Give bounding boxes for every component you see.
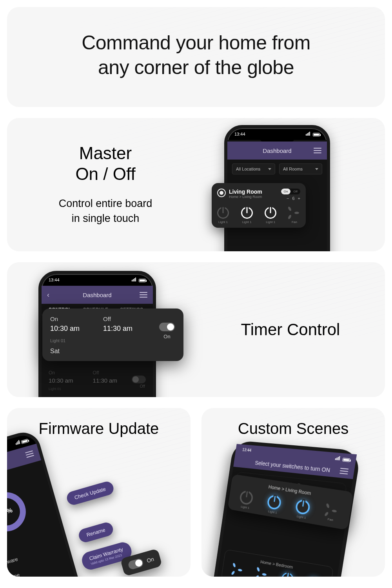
schedule-row[interactable]: On10:30 am Off11:30 am Light 01 Off	[42, 366, 153, 395]
room-card[interactable]: Living Room Home > Living Room On Off − …	[212, 183, 306, 228]
timer-copy: Timer Control	[196, 320, 385, 339]
phone-notch	[260, 132, 295, 142]
location-select[interactable]: All Locations	[232, 163, 275, 174]
device-light[interactable]: Light 1	[217, 207, 229, 224]
schedule-toggle[interactable]	[159, 323, 175, 331]
signal-icon	[15, 440, 20, 445]
scenes-header: Select your switches to turn ON	[254, 459, 330, 473]
phone-indicators	[132, 278, 146, 282]
progress-value: 60%	[7, 495, 23, 529]
master-phone: 13:44 Dashboard All Locations All Rooms	[224, 125, 330, 251]
scenes-title: Custom Scenes	[201, 408, 385, 441]
check-update-button[interactable]: Check Update	[65, 480, 115, 506]
hero-card: Command your home from any corner of the…	[7, 7, 385, 107]
device-fan[interactable]: Fan	[324, 504, 339, 525]
count-stepper[interactable]: − 6 +	[281, 196, 300, 201]
room-breadcrumb: Home > Living Room	[229, 195, 281, 199]
app-title: Dashboard	[263, 147, 291, 154]
phone-time: 13:44	[234, 132, 245, 136]
master-card: MasterOn / Off Control entire boardin si…	[7, 118, 385, 251]
hero-heading: Command your home from any corner of the…	[15, 31, 377, 80]
app-header: ‹ Dashboard	[42, 286, 153, 304]
fan-icon	[232, 563, 244, 577]
timer-card: 13:44 ‹ Dashboard CONTROL SCHEDULE SETTI…	[7, 262, 385, 397]
master-copy: MasterOn / Off Control entire boardin si…	[7, 143, 196, 226]
room-select[interactable]: All Rooms	[279, 163, 322, 174]
firmware-card: Firmware Update SETTINGS 60% SSID: cs Cu…	[7, 408, 191, 577]
schedule-toggle[interactable]	[132, 376, 146, 383]
fan-icon	[289, 207, 300, 219]
signal-icon	[335, 456, 340, 460]
master-toggle[interactable]: On Off	[281, 189, 300, 194]
fan-icon	[325, 504, 339, 518]
menu-icon[interactable]	[25, 450, 34, 458]
device-light[interactable]: Light 1	[241, 207, 253, 224]
chevron-down-icon	[268, 168, 271, 170]
power-icon	[217, 207, 229, 219]
master-title: MasterOn / Off	[15, 143, 196, 185]
schedule-device: Light 01	[50, 338, 176, 343]
back-icon[interactable]: ‹	[47, 291, 49, 299]
device-fan[interactable]: Fan	[231, 563, 244, 577]
toggle-state: On	[163, 334, 170, 339]
device-light[interactable]: Light 1	[238, 490, 254, 510]
power-icon	[281, 572, 294, 577]
menu-icon[interactable]	[339, 468, 348, 475]
timer-title: Timer Control	[196, 320, 385, 339]
scenes-card: Custom Scenes 13:44 Select your switches…	[201, 408, 385, 577]
battery-icon	[21, 439, 29, 444]
rename-button[interactable]: Rename	[77, 521, 114, 544]
battery-icon	[313, 133, 320, 136]
power-icon	[307, 576, 320, 577]
device-light[interactable]: Light 1	[306, 576, 321, 577]
phone-indicators	[335, 456, 350, 462]
menu-icon[interactable]	[140, 292, 147, 298]
app-header: Dashboard	[227, 142, 327, 160]
battery-icon	[139, 279, 146, 282]
gear-icon[interactable]	[217, 189, 226, 197]
power-icon	[295, 499, 311, 515]
hero-line2: any corner of the globe	[98, 56, 294, 78]
room-name: Living Room	[229, 189, 281, 195]
schedule-day: Sat	[50, 348, 176, 355]
phone-indicators	[306, 132, 320, 136]
signal-icon	[306, 132, 310, 136]
chevron-down-icon	[315, 168, 318, 170]
device-fan[interactable]: Fan	[289, 207, 300, 224]
device-fan[interactable]: Fan	[255, 567, 269, 577]
schedule-card[interactable]: On10:30 am Off11:30 am Light 01 Sat On	[42, 309, 183, 361]
hero-line1: Command your home from	[82, 32, 310, 54]
power-icon	[239, 490, 254, 506]
device-light[interactable]: Light 1	[294, 499, 311, 520]
menu-icon[interactable]	[314, 148, 321, 153]
signal-icon	[132, 278, 136, 281]
device-light[interactable]: Light 1	[266, 494, 282, 515]
phone-time: 13:44	[49, 278, 60, 282]
battery-icon	[342, 458, 350, 462]
phone-time: 13:44	[242, 448, 252, 453]
app-title: Dashboard	[83, 292, 111, 298]
device-light[interactable]: Light 1	[265, 207, 276, 224]
fan-icon	[256, 567, 269, 577]
toggle-state: On	[146, 556, 154, 564]
device-light[interactable]: Light 1	[280, 572, 294, 577]
power-icon	[267, 494, 282, 510]
toggle-icon	[127, 558, 144, 570]
toggle-state: Off	[140, 384, 145, 388]
power-icon	[241, 207, 253, 219]
master-desc: Control entire boardin single touch	[15, 196, 196, 226]
power-icon	[265, 207, 276, 219]
